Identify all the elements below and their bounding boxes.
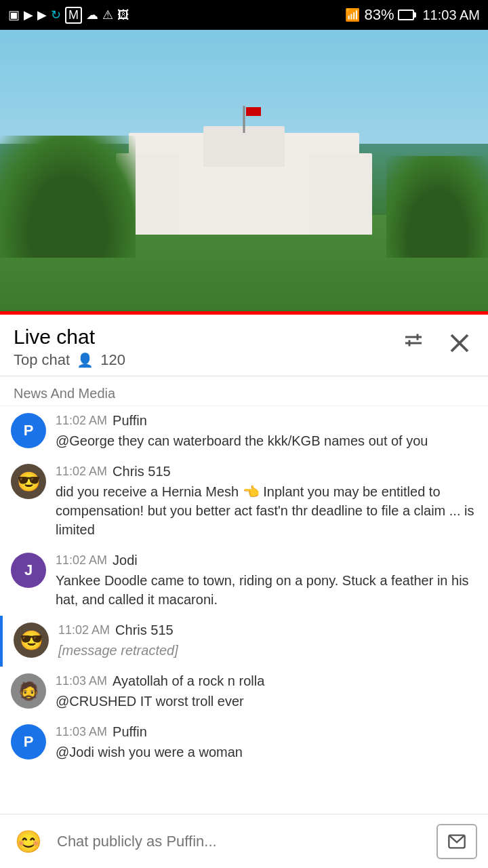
message-content: 11:02 AM Chris 515 did you receive a Her…	[56, 464, 477, 539]
message-content: 11:02 AM Chris 515 [message retracted]	[58, 623, 477, 660]
battery-text: 83%	[364, 6, 394, 24]
message-text: [message retracted]	[58, 641, 477, 660]
emoji-button[interactable]: 😊	[11, 824, 46, 859]
trees-right	[386, 156, 488, 258]
send-icon	[447, 832, 466, 851]
chat-header: Live chat Top chat 👤 120	[0, 315, 488, 376]
message-time: 11:03 AM	[56, 674, 107, 688]
message-text: Yankee Doodle came to town, riding on a …	[56, 571, 477, 609]
message-item: 😎 11:02 AM Chris 515 did you receive a H…	[0, 457, 488, 546]
message-time: 11:02 AM	[56, 553, 107, 568]
warning-icon: ⚠	[102, 7, 113, 22]
message-author: Chris 515	[115, 623, 174, 638]
close-button[interactable]	[445, 328, 474, 360]
chat-header-icons	[399, 326, 474, 360]
message-text: @Jodi wish you were a woman	[56, 743, 477, 762]
time-display: 11:03 AM	[422, 7, 480, 23]
trees-left	[0, 136, 136, 258]
chat-header-left: Live chat Top chat 👤 120	[14, 326, 125, 369]
message-meta: 11:03 AM Ayatollah of a rock n rolla	[56, 673, 477, 689]
truncated-text: News And Media	[14, 386, 115, 401]
wifi-icon: 📶	[345, 7, 360, 22]
message-item: J 11:02 AM Jodi Yankee Doodle came to to…	[0, 546, 488, 616]
message-item: 🧔 11:03 AM Ayatollah of a rock n rolla @…	[0, 667, 488, 717]
message-meta: 11:02 AM Chris 515	[58, 623, 477, 638]
chat-input-field[interactable]	[57, 824, 426, 859]
message-meta: 11:02 AM Jodi	[56, 553, 477, 568]
status-icons-left: ▣ ▶ ▶ ↻ M ☁ ⚠ 🖼	[8, 7, 129, 24]
top-chat-label[interactable]: Top chat	[14, 351, 70, 369]
message-author: Puffin	[113, 413, 147, 429]
message-author: Puffin	[113, 724, 147, 740]
filter-button[interactable]	[399, 328, 428, 360]
avatar: 🧔	[11, 673, 46, 709]
message-time: 11:03 AM	[56, 725, 107, 739]
avatar: P	[11, 724, 46, 760]
image-icon: 🖼	[117, 8, 129, 22]
viewer-count: 120	[100, 351, 125, 369]
video-player[interactable]	[0, 30, 488, 315]
video-progress-bar[interactable]	[0, 311, 488, 315]
message-content: 11:03 AM Puffin @Jodi wish you were a wo…	[56, 724, 477, 762]
message-meta: 11:02 AM Puffin	[56, 413, 477, 429]
message-time: 11:02 AM	[56, 465, 107, 479]
message-item-retracted: 😎 11:02 AM Chris 515 [message retracted]	[0, 616, 488, 667]
message-content: 11:03 AM Ayatollah of a rock n rolla @CR…	[56, 673, 477, 711]
building-main	[102, 113, 386, 235]
avatar: J	[11, 553, 46, 588]
cloud-icon: ☁	[86, 7, 98, 22]
message-content: 11:02 AM Jodi Yankee Doodle came to town…	[56, 553, 477, 609]
message-author: Jodi	[113, 553, 138, 568]
message-item: P 11:03 AM Puffin @Jodi wish you were a …	[0, 717, 488, 768]
m-icon: M	[65, 7, 82, 24]
message-content: 11:02 AM Puffin @George they can waterbo…	[56, 413, 477, 450]
message-text: @George they can waterboard the kkk/KGB …	[56, 431, 477, 450]
avatar: 😎	[11, 464, 46, 499]
notification-icon: ▣	[8, 7, 20, 22]
sync-icon: ↻	[51, 7, 61, 22]
message-meta: 11:02 AM Chris 515	[56, 464, 477, 479]
chat-input-bar: 😊	[0, 814, 488, 868]
message-author: Ayatollah of a rock n rolla	[113, 673, 264, 689]
avatar-letter: P	[24, 422, 34, 439]
message-time: 11:02 AM	[58, 623, 110, 637]
status-info-right: 📶 83% 11:03 AM	[345, 6, 480, 24]
top-chat-row: Top chat 👤 120	[14, 351, 125, 369]
message-item: P 11:02 AM Puffin @George they can water…	[0, 406, 488, 457]
play-icon: ▶	[24, 7, 33, 22]
battery-icon	[398, 9, 414, 20]
send-button[interactable]	[436, 824, 477, 859]
viewer-icon: 👤	[77, 352, 94, 368]
close-icon	[447, 331, 472, 355]
message-time: 11:02 AM	[56, 414, 107, 428]
avatar: P	[11, 413, 46, 448]
message-meta: 11:03 AM Puffin	[56, 724, 477, 740]
message-author: Chris 515	[113, 464, 171, 479]
play2-icon: ▶	[37, 7, 47, 22]
retracted-label: [message retracted]	[58, 643, 178, 658]
message-text: did you receive a Hernia Mesh 👈 Inplant …	[56, 482, 477, 539]
status-bar: ▣ ▶ ▶ ↻ M ☁ ⚠ 🖼 📶 83% 11:03 AM	[0, 0, 488, 30]
chat-messages-container: News And Media P 11:02 AM Puffin @George…	[0, 376, 488, 774]
live-chat-title: Live chat	[14, 326, 125, 349]
avatar: 😎	[14, 623, 49, 658]
emoji-icon: 😊	[15, 829, 42, 854]
truncated-message: News And Media	[0, 382, 488, 406]
message-text: @CRUSHED IT worst troll ever	[56, 692, 477, 711]
filter-icon	[401, 331, 426, 355]
